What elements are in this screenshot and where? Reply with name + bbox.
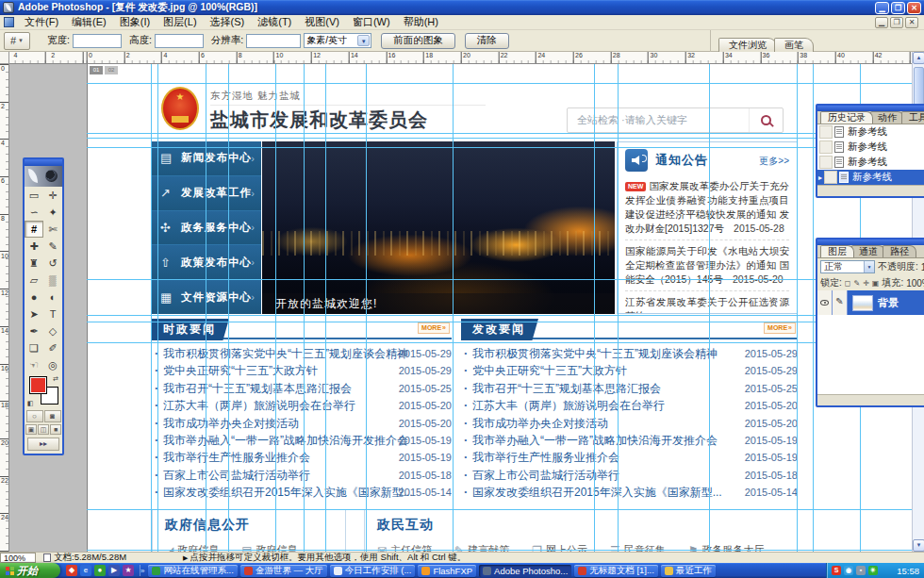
doc-restore-button[interactable]: ❐: [890, 17, 903, 28]
brush-tool[interactable]: ✎: [43, 238, 62, 255]
tray-network-icon[interactable]: ✳: [868, 566, 878, 575]
lock-paint-icon[interactable]: ✎: [853, 279, 860, 288]
guide-vertical[interactable]: [304, 64, 305, 552]
task-untitled-document[interactable]: 无标题文档 [1]...: [574, 565, 658, 577]
fullscreen-button[interactable]: ■: [50, 424, 61, 435]
zoom-tool[interactable]: ◎: [43, 356, 62, 373]
guide-vertical[interactable]: [157, 64, 158, 552]
close-button[interactable]: ✕: [907, 2, 921, 14]
quick-launch-icon-4[interactable]: ▶: [108, 565, 120, 576]
foreground-color-swatch[interactable]: [29, 376, 47, 394]
guide-vertical[interactable]: [366, 64, 367, 552]
swap-colors-icon[interactable]: ⇄: [53, 375, 58, 383]
zoom-level-field[interactable]: 100%: [0, 553, 36, 563]
tray-messenger-icon[interactable]: ◉: [844, 566, 853, 575]
standard-screen-button[interactable]: ▣: [25, 424, 37, 435]
toolbox-title-bar[interactable]: [25, 159, 62, 166]
crop-tool[interactable]: #: [25, 221, 43, 238]
guide-vertical[interactable]: [275, 64, 276, 552]
guide-vertical[interactable]: [797, 64, 798, 552]
menu-help[interactable]: 帮助(H): [397, 15, 445, 29]
history-step[interactable]: 新参考线: [817, 170, 924, 185]
jump-to-imageready-button[interactable]: ▸▸: [27, 438, 59, 451]
crop-height-input[interactable]: [155, 34, 204, 48]
clone-stamp-tool[interactable]: ♜: [25, 255, 43, 272]
menu-select[interactable]: 选择(S): [204, 15, 252, 29]
guide-horizontal[interactable]: [87, 509, 912, 510]
guide-horizontal[interactable]: [87, 83, 912, 84]
tab-brushes[interactable]: 画笔: [774, 38, 814, 52]
guide-vertical[interactable]: [325, 64, 326, 552]
lock-move-icon[interactable]: ✛: [863, 279, 869, 288]
task-recent-work[interactable]: 最近工作: [661, 565, 716, 577]
lock-all-icon[interactable]: ▣: [872, 279, 880, 288]
tab-layers[interactable]: 图层: [820, 245, 854, 257]
fullscreen-menu-button[interactable]: ◫: [38, 424, 49, 435]
lock-transparency-icon[interactable]: ◻: [845, 279, 851, 288]
lasso-tool[interactable]: ∽: [25, 204, 43, 221]
menu-file[interactable]: 文件(F): [18, 15, 65, 29]
crop-resolution-input[interactable]: [246, 34, 301, 48]
menu-edit[interactable]: 编辑(E): [65, 15, 113, 29]
blend-mode-select[interactable]: 正常▼: [820, 260, 875, 273]
vertical-ruler[interactable]: 02468101214161820222426: [0, 64, 9, 552]
tab-channels[interactable]: 通道: [851, 245, 885, 257]
history-step[interactable]: 新参考线: [817, 140, 924, 155]
guide-vertical[interactable]: [813, 64, 814, 552]
scroll-up-arrow[interactable]: ▲: [913, 52, 924, 64]
front-image-button[interactable]: 前面的图象: [381, 33, 455, 49]
guide-horizontal[interactable]: [87, 279, 912, 280]
scroll-down-arrow[interactable]: ▼: [913, 539, 924, 552]
guide-horizontal[interactable]: [87, 133, 912, 134]
fill-value[interactable]: 100%: [906, 278, 924, 289]
eyedropper-tool[interactable]: ✐: [43, 339, 62, 356]
guide-vertical[interactable]: [709, 64, 710, 552]
history-step[interactable]: 新参考线: [817, 155, 924, 170]
guide-horizontal[interactable]: [87, 322, 912, 322]
rectangular-marquee-tool[interactable]: ▭: [25, 187, 43, 204]
guide-vertical[interactable]: [151, 64, 152, 552]
guide-vertical[interactable]: [206, 64, 206, 552]
move-tool[interactable]: ✛: [43, 187, 62, 204]
guide-horizontal[interactable]: [87, 147, 912, 148]
tab-file-browser[interactable]: 文件浏览: [718, 38, 777, 52]
standard-mode-button[interactable]: ○: [26, 410, 43, 422]
menu-layer[interactable]: 图层(L): [157, 15, 203, 29]
menu-image[interactable]: 图象(I): [113, 15, 157, 29]
guide-vertical[interactable]: [228, 64, 229, 552]
menu-window[interactable]: 窗口(W): [346, 15, 397, 29]
tray-misc-icon[interactable]: ▪: [856, 566, 866, 575]
notes-tool[interactable]: ❏: [25, 339, 43, 356]
guide-vertical[interactable]: [594, 64, 595, 552]
dodge-tool[interactable]: ◐: [43, 289, 62, 306]
tray-sogou-icon[interactable]: S: [832, 566, 841, 575]
quick-launch-icon-5[interactable]: ★: [123, 565, 134, 576]
task-website-admin[interactable]: 网站在线管理系...: [148, 565, 237, 577]
tab-actions[interactable]: 动作: [870, 111, 904, 124]
crop-width-input[interactable]: [73, 34, 122, 48]
healing-brush-tool[interactable]: ✚: [25, 238, 43, 255]
crop-tool-preset-button[interactable]: #▼: [4, 32, 30, 50]
task-flashfxp[interactable]: FlashFXP: [418, 565, 476, 577]
restore-button[interactable]: ❐: [891, 2, 905, 14]
tab-tool-presets[interactable]: 工具: [901, 111, 924, 124]
start-button[interactable]: 开始: [0, 563, 60, 578]
guide-vertical[interactable]: [618, 64, 619, 552]
resolution-unit-select[interactable]: 象素/英寸▼: [304, 33, 371, 48]
quick-mask-mode-button[interactable]: ◙: [44, 410, 61, 422]
guide-horizontal[interactable]: [87, 550, 912, 551]
gradient-tool[interactable]: ▒: [43, 272, 62, 289]
tab-paths[interactable]: 路径: [883, 245, 916, 257]
quick-launch-icon-1[interactable]: ◆: [66, 565, 77, 576]
guide-horizontal[interactable]: [87, 342, 912, 343]
history-step[interactable]: 新参考线: [817, 124, 924, 140]
slice-tool[interactable]: ✄: [43, 221, 62, 238]
guide-vertical[interactable]: [453, 64, 454, 552]
layer-visibility-toggle[interactable]: [817, 290, 833, 315]
quick-launch-icon-3[interactable]: ●: [94, 565, 106, 576]
menu-view[interactable]: 视图(V): [298, 15, 346, 29]
path-selection-tool[interactable]: ➤: [25, 306, 43, 322]
clear-button[interactable]: 清除: [465, 33, 509, 49]
horizontal-ruler[interactable]: 4202468101214161820222426283032343638404…: [9, 52, 912, 64]
shape-tool[interactable]: ◇: [43, 322, 62, 339]
